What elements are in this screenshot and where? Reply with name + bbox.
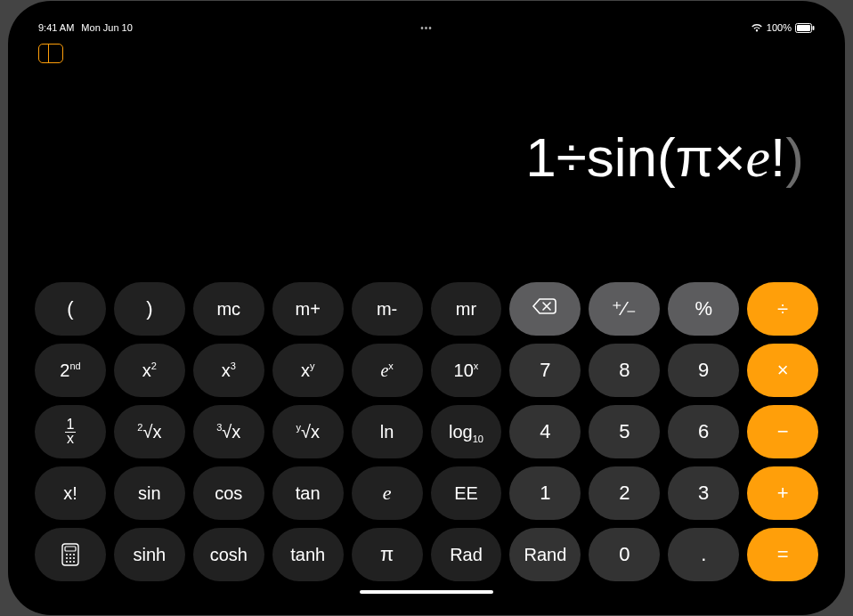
key-backspace[interactable] <box>509 282 581 336</box>
key-cosh[interactable]: cosh <box>193 528 264 581</box>
key-plus[interactable]: + <box>747 466 818 520</box>
key-decimal[interactable]: . <box>668 528 739 581</box>
key-equals[interactable]: = <box>747 528 818 581</box>
svg-point-9 <box>69 557 71 559</box>
svg-point-10 <box>73 557 75 559</box>
key-x-cubed[interactable]: x3 <box>193 344 264 397</box>
key-multiply[interactable]: × <box>747 344 818 397</box>
key-left-paren[interactable]: ( <box>35 282 106 336</box>
key-rand[interactable]: Rand <box>509 528 581 581</box>
status-bar: 9:41 AM Mon Jun 10 ••• 100% <box>31 19 822 36</box>
key-y-root[interactable]: y√x <box>272 405 344 458</box>
key-sin[interactable]: sin <box>114 466 185 520</box>
key-8[interactable]: 8 <box>589 344 660 397</box>
battery-percent: 100% <box>767 22 792 33</box>
key-x-to-y[interactable]: xy <box>272 344 344 397</box>
key-sinh[interactable]: sinh <box>114 528 185 581</box>
screen: 9:41 AM Mon Jun 10 ••• 100% 1÷sin(π×e!) … <box>31 19 822 597</box>
key-9[interactable]: 9 <box>668 344 739 397</box>
svg-point-5 <box>66 554 68 555</box>
backspace-icon <box>532 297 558 320</box>
key-tan[interactable]: tan <box>272 466 344 520</box>
key-e-to-x[interactable]: ex <box>352 344 423 397</box>
key-1[interactable]: 1 <box>509 466 581 520</box>
svg-rect-2 <box>813 26 815 30</box>
home-indicator[interactable] <box>360 590 493 594</box>
svg-point-8 <box>66 557 68 559</box>
key-second[interactable]: 2nd <box>35 344 106 397</box>
multitask-dots[interactable]: ••• <box>420 23 433 33</box>
key-m-minus[interactable]: m- <box>352 282 423 336</box>
svg-point-13 <box>73 561 75 563</box>
key-rad[interactable]: Rad <box>431 528 502 581</box>
expression-display: 1÷sin(π×e!) <box>525 126 804 190</box>
key-cube-root[interactable]: 3√x <box>193 405 264 458</box>
key-pi[interactable]: π <box>352 528 423 581</box>
key-plus-minus[interactable]: ⁺∕₋ <box>589 282 660 336</box>
key-right-paren[interactable]: ) <box>114 282 185 336</box>
key-m-plus[interactable]: m+ <box>272 282 344 336</box>
key-divide[interactable]: ÷ <box>747 282 818 336</box>
status-date: Mon Jun 10 <box>81 22 132 33</box>
calculator-mode-toggle[interactable] <box>38 44 63 63</box>
wifi-icon <box>751 23 763 32</box>
key-3[interactable]: 3 <box>668 466 739 520</box>
key-0[interactable]: 0 <box>589 528 660 581</box>
key-mc[interactable]: mc <box>193 282 264 336</box>
svg-rect-1 <box>797 25 810 31</box>
svg-point-11 <box>66 561 68 563</box>
key-cos[interactable]: cos <box>193 466 264 520</box>
key-4[interactable]: 4 <box>509 405 581 458</box>
key-minus[interactable]: − <box>747 405 818 458</box>
key-6[interactable]: 6 <box>668 405 739 458</box>
key-one-over-x[interactable]: 1x <box>35 405 106 458</box>
key-5[interactable]: 5 <box>589 405 660 458</box>
svg-rect-4 <box>65 547 76 551</box>
keypad: ( ) mc m+ m- mr ⁺∕₋ % ÷ 2nd x2 x3 xy ex … <box>35 282 818 581</box>
key-7[interactable]: 7 <box>509 344 581 397</box>
svg-point-7 <box>73 554 75 555</box>
svg-point-6 <box>69 554 71 555</box>
key-ln[interactable]: ln <box>352 405 423 458</box>
key-ee[interactable]: EE <box>431 466 502 520</box>
key-factorial[interactable]: x! <box>35 466 106 520</box>
key-percent[interactable]: % <box>668 282 739 336</box>
calculator-icon <box>61 543 79 566</box>
key-mr[interactable]: mr <box>431 282 502 336</box>
key-log10[interactable]: log10 <box>431 405 502 458</box>
key-basic-mode[interactable] <box>35 528 106 581</box>
svg-point-12 <box>69 561 71 563</box>
key-e[interactable]: e <box>352 466 423 520</box>
key-2[interactable]: 2 <box>589 466 660 520</box>
key-square-root[interactable]: 2√x <box>114 405 185 458</box>
battery-icon <box>795 23 815 33</box>
key-10-to-x[interactable]: 10x <box>431 344 502 397</box>
ipad-frame: 9:41 AM Mon Jun 10 ••• 100% 1÷sin(π×e!) … <box>19 12 834 604</box>
key-tanh[interactable]: tanh <box>272 528 344 581</box>
key-x-squared[interactable]: x2 <box>114 344 185 397</box>
status-time: 9:41 AM <box>38 22 74 33</box>
